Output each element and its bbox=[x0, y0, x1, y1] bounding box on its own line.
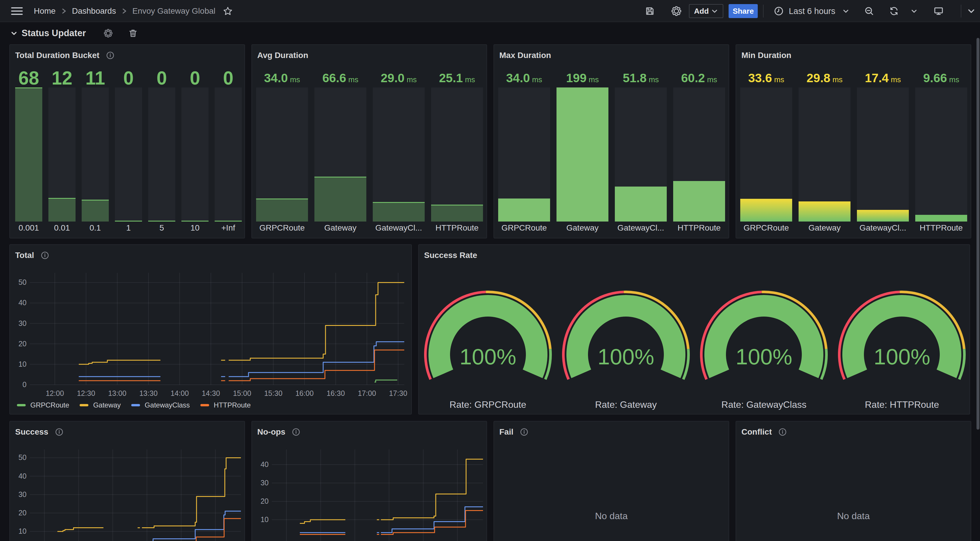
svg-text:10: 10 bbox=[261, 516, 269, 524]
svg-text:30: 30 bbox=[18, 490, 27, 498]
svg-text:15:00: 15:00 bbox=[233, 389, 251, 397]
svg-text:40: 40 bbox=[18, 298, 27, 307]
svg-text:14:30: 14:30 bbox=[202, 389, 220, 397]
svg-text:17:30: 17:30 bbox=[389, 389, 407, 397]
svg-text:20: 20 bbox=[18, 509, 27, 517]
svg-text:40: 40 bbox=[18, 472, 27, 480]
svg-text:13:00: 13:00 bbox=[108, 389, 127, 397]
svg-text:12:00: 12:00 bbox=[46, 389, 64, 397]
svg-text:15:30: 15:30 bbox=[264, 389, 283, 397]
svg-text:20: 20 bbox=[18, 340, 27, 348]
svg-text:50: 50 bbox=[18, 278, 27, 286]
svg-text:40: 40 bbox=[261, 460, 269, 468]
svg-text:13:30: 13:30 bbox=[139, 389, 158, 397]
svg-text:16:30: 16:30 bbox=[327, 389, 345, 397]
svg-text:30: 30 bbox=[18, 319, 27, 327]
svg-text:14:00: 14:00 bbox=[171, 389, 189, 397]
svg-text:20: 20 bbox=[261, 497, 269, 505]
svg-text:17:00: 17:00 bbox=[358, 389, 376, 397]
svg-text:0: 0 bbox=[22, 381, 27, 389]
svg-text:50: 50 bbox=[18, 453, 27, 462]
svg-text:12:30: 12:30 bbox=[77, 389, 95, 397]
svg-text:30: 30 bbox=[261, 479, 269, 487]
svg-text:16:00: 16:00 bbox=[296, 389, 314, 397]
svg-text:10: 10 bbox=[18, 527, 27, 535]
svg-text:10: 10 bbox=[18, 360, 27, 368]
